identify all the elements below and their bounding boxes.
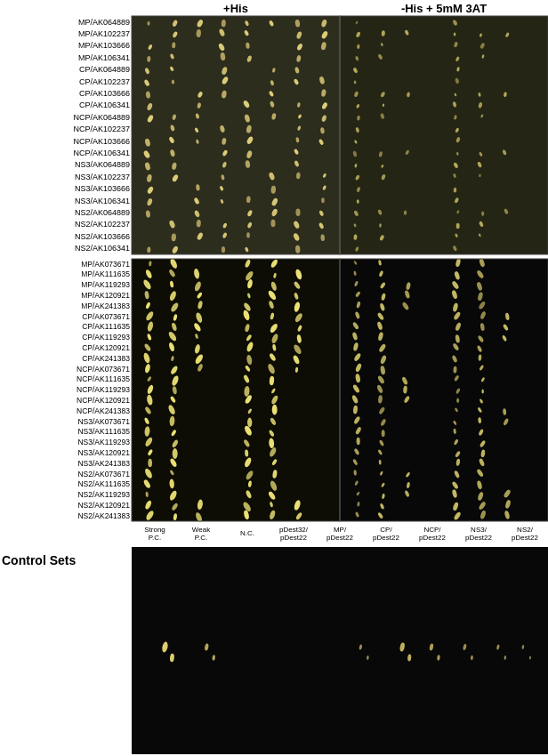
main-container: [0, 0, 548, 756]
main-canvas: [0, 0, 548, 756]
